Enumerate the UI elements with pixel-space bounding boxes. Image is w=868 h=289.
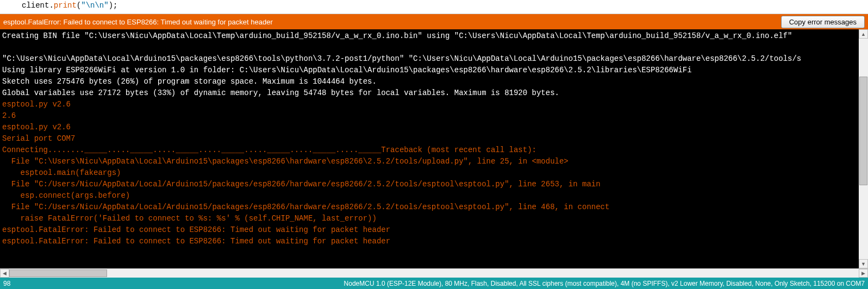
console-line: Connecting........_____....._____.....__…: [2, 144, 857, 156]
horizontal-scroll-thumb[interactable]: [9, 269, 107, 277]
horizontal-scroll-track[interactable]: [9, 269, 859, 278]
vertical-scrollbar[interactable]: ▲ ▼: [859, 29, 868, 268]
code-string: "\n\n": [81, 1, 108, 10]
scroll-right-button[interactable]: ▶: [859, 269, 868, 278]
status-board-info: NodeMCU 1.0 (ESP-12E Module), 80 MHz, Fl…: [344, 280, 865, 287]
status-bar: 98 NodeMCU 1.0 (ESP-12E Module), 80 MHz,…: [0, 278, 868, 289]
console-line: raise FatalError('Failed to connect to %…: [2, 213, 857, 224]
scroll-up-button[interactable]: ▲: [859, 29, 868, 39]
console-output[interactable]: Creating BIN file "C:\Users\Nicu\AppData…: [0, 29, 859, 268]
console-line: esptool.FatalError: Failed to connect to…: [2, 236, 857, 247]
console-line: [2, 42, 857, 53]
console-line: Using library ESP8266WiFi at version 1.0…: [2, 65, 857, 76]
code-editor-line[interactable]: client.print("\n\n");: [0, 0, 868, 14]
code-object: client: [22, 1, 49, 10]
copy-error-button[interactable]: Copy error messages: [781, 16, 865, 28]
scroll-left-button[interactable]: ◀: [0, 269, 9, 278]
console-line: "C:\Users\Nicu\AppData\Local\Arduino15\p…: [2, 53, 857, 65]
scroll-down-button[interactable]: ▼: [859, 259, 868, 268]
console-line: esptool.py v2.6: [2, 99, 857, 110]
error-banner: esptool.FatalError: Failed to connect to…: [0, 14, 868, 29]
console-line: 2.6: [2, 110, 857, 122]
console-wrap: Creating BIN file "C:\Users\Nicu\AppData…: [0, 29, 868, 268]
console-line: esptool.py v2.6: [2, 122, 857, 133]
code-function: print: [54, 1, 77, 10]
console-line: Global variables use 27172 bytes (33%) o…: [2, 87, 857, 99]
console-line: esp.connect(args.before): [2, 190, 857, 202]
vertical-scroll-track[interactable]: [859, 39, 868, 259]
status-line-number: 98: [3, 280, 344, 287]
console-line: File "C:\Users\Nicu\AppData\Local\Arduin…: [2, 156, 857, 167]
horizontal-scrollbar[interactable]: ◀ ▶: [0, 268, 868, 278]
console-line: [2, 247, 857, 259]
console-line: File "C:/Users/Nicu/AppData/Local/Arduin…: [2, 202, 857, 213]
console-line: Sketch uses 275476 bytes (26%) of progra…: [2, 76, 857, 87]
console-line: File "C:/Users/Nicu/AppData/Local/Arduin…: [2, 179, 857, 190]
code-tail: );: [109, 1, 118, 10]
error-banner-text: esptool.FatalError: Failed to connect to…: [3, 18, 781, 26]
vertical-scroll-thumb[interactable]: [859, 77, 867, 185]
console-line: Creating BIN file "C:\Users\Nicu\AppData…: [2, 30, 857, 42]
console-line: Serial port COM7: [2, 133, 857, 144]
console-line: esptool.main(fakeargs): [2, 167, 857, 179]
console-line: esptool.FatalError: Failed to connect to…: [2, 224, 857, 236]
